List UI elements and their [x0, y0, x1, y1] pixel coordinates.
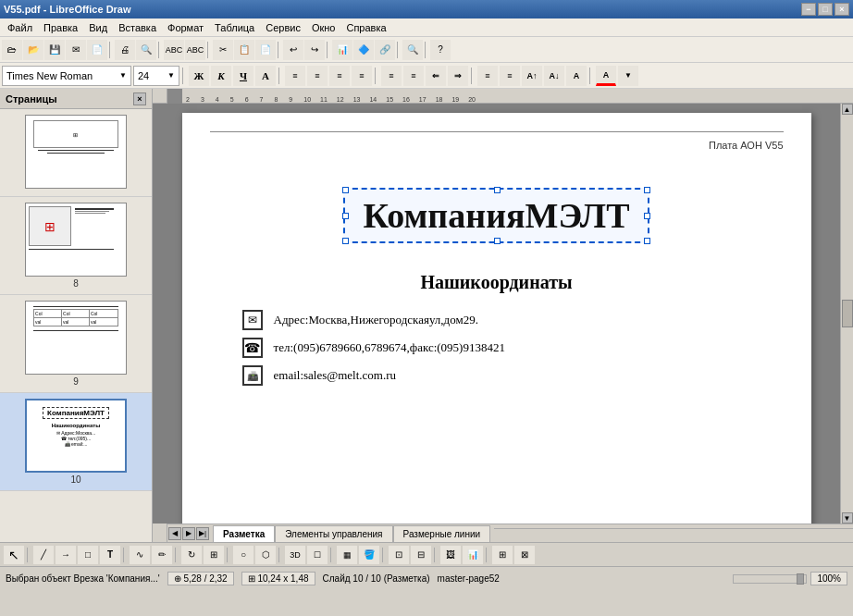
tab-elements[interactable]: Элементы управления	[275, 525, 392, 542]
email-button[interactable]: ✉	[66, 40, 86, 60]
vertical-scrollbar[interactable]: ▲ ▼	[840, 104, 853, 524]
scroll-up-button[interactable]: ▲	[842, 104, 853, 115]
indent-inc-button[interactable]: ⇒	[448, 66, 468, 86]
chart-button[interactable]: 📊	[332, 40, 352, 60]
fill-tool[interactable]: 🪣	[359, 546, 379, 564]
copy-button[interactable]: 📋	[234, 40, 254, 60]
size-dropdown-icon[interactable]: ▼	[167, 71, 175, 80]
zoom-percent[interactable]: 100%	[810, 572, 847, 585]
document-canvas[interactable]: Плата АОН V55 КомпанияМЭЛТ	[153, 104, 840, 524]
menu-help[interactable]: Справка	[340, 20, 391, 35]
italic-button[interactable]: К	[211, 66, 231, 86]
fontsize-dec-button[interactable]: A↓	[544, 66, 564, 86]
minimize-button[interactable]: −	[801, 3, 816, 16]
zoom-thumb[interactable]	[797, 573, 804, 585]
handle-ml[interactable]	[342, 213, 349, 219]
draw-button[interactable]: 🔷	[353, 40, 374, 60]
align-right-button[interactable]: ≡	[329, 66, 350, 86]
tab-next-button[interactable]: ▶	[182, 527, 195, 540]
pages-panel-close[interactable]: ×	[133, 92, 146, 105]
shadow-button[interactable]: A	[255, 66, 276, 86]
menu-view[interactable]: Вид	[83, 20, 113, 35]
snap-tool[interactable]: ⊠	[514, 546, 535, 564]
ungroup-tool[interactable]: ⊟	[411, 546, 431, 564]
rect-tool[interactable]: □	[78, 546, 98, 564]
fontsize-inc-button[interactable]: A↑	[522, 66, 542, 86]
font-dropdown-icon[interactable]: ▼	[119, 71, 127, 80]
color-button[interactable]: A	[596, 66, 616, 86]
selected-text-frame[interactable]: КомпанияМЭЛТ	[343, 188, 650, 243]
menu-table[interactable]: Таблица	[209, 20, 260, 35]
close-button[interactable]: ×	[834, 3, 849, 16]
line-tool[interactable]: ╱	[33, 546, 54, 564]
horizontal-scrollbar[interactable]	[494, 528, 853, 539]
save-button[interactable]: 💾	[44, 40, 65, 60]
zoom-button[interactable]: 🔍	[402, 40, 423, 60]
underline-button[interactable]: Ч	[233, 66, 253, 86]
group-tool[interactable]: ⊡	[389, 546, 409, 564]
list-button[interactable]: ≡	[381, 66, 402, 86]
align-center-button[interactable]: ≡	[307, 66, 328, 86]
chart-insert-tool[interactable]: 📊	[463, 546, 483, 564]
menu-edit[interactable]: Правка	[38, 20, 83, 35]
cut-button[interactable]: ✂	[213, 40, 233, 60]
3d-tool[interactable]: 3D	[285, 546, 305, 564]
new-button[interactable]: 🗁	[2, 40, 22, 60]
page-thumb-10[interactable]: КомпанияМЭЛТ Нашикоординаты ✉ Адрес:Моск…	[0, 393, 152, 491]
page-thumb-8[interactable]: ⊞ 8	[0, 197, 152, 295]
linesp-button[interactable]: ≡	[477, 66, 498, 86]
menu-insert[interactable]: Вставка	[113, 20, 162, 35]
text-tool[interactable]: T	[100, 546, 120, 564]
tab-dimensions[interactable]: Размерные линии	[393, 525, 491, 542]
undo-button[interactable]: ↩	[283, 40, 303, 60]
shadow-tool[interactable]: ☐	[307, 546, 328, 564]
rotate-tool[interactable]: ↻	[181, 546, 202, 564]
toggle-grid-tool[interactable]: ⊞	[492, 546, 513, 564]
menu-file[interactable]: Файл	[2, 20, 38, 35]
char-spacing-button[interactable]: A	[566, 66, 587, 86]
handle-br[interactable]	[644, 238, 650, 244]
paste-button[interactable]: 📄	[255, 40, 276, 60]
arrow-tool[interactable]: →	[56, 546, 76, 564]
bold-button[interactable]: Ж	[189, 66, 209, 86]
help-button[interactable]: ?	[430, 40, 451, 60]
preview-button[interactable]: 🔍	[136, 40, 156, 60]
scroll-thumb[interactable]	[842, 300, 853, 327]
handle-bl[interactable]	[342, 238, 349, 244]
zoom-slider[interactable]	[733, 574, 807, 584]
menu-window[interactable]: Окно	[306, 20, 341, 35]
menu-format[interactable]: Формат	[162, 20, 209, 35]
page-thumb-9[interactable]: Col Col Col val val val 9	[0, 295, 152, 393]
spellcheck-button[interactable]: ABC	[164, 40, 184, 60]
color-dropdown-button[interactable]: ▼	[618, 66, 638, 86]
redo-button[interactable]: ↪	[304, 40, 325, 60]
tab-razmetka[interactable]: Разметка	[213, 525, 275, 542]
font-size-selector[interactable]: 24 ▼	[133, 66, 179, 86]
circle-tool[interactable]: ○	[233, 546, 253, 564]
page-thumb-7[interactable]: ⊞	[0, 109, 152, 197]
menu-tools[interactable]: Сервис	[260, 20, 306, 35]
parasp-button[interactable]: ≡	[500, 66, 520, 86]
open-button[interactable]: 📂	[23, 40, 43, 60]
indent-dec-button[interactable]: ⇐	[426, 66, 446, 86]
spellcheck2-button[interactable]: ABC	[185, 40, 205, 60]
freeform-tool[interactable]: ✏	[152, 546, 172, 564]
align-left-button[interactable]: ≡	[285, 66, 305, 86]
scroll-down-button[interactable]: ▼	[842, 512, 853, 524]
handle-mr[interactable]	[644, 213, 650, 219]
curve-tool[interactable]: ∿	[130, 546, 150, 564]
print-button[interactable]: 🖨	[115, 40, 135, 60]
handle-tr[interactable]	[644, 187, 650, 193]
align-tool[interactable]: ⊞	[204, 546, 224, 564]
numlist-button[interactable]: ≡	[403, 66, 424, 86]
image-tool[interactable]: 🖼	[440, 546, 461, 564]
pdf-button[interactable]: 📄	[87, 40, 107, 60]
handle-tm[interactable]	[494, 187, 501, 193]
restore-button[interactable]: □	[818, 3, 833, 16]
handle-bm[interactable]	[494, 238, 501, 244]
tab-last-button[interactable]: ▶|	[196, 527, 209, 540]
tab-prev-button[interactable]: ◀	[168, 527, 181, 540]
font-name-selector[interactable]: Times New Roman ▼	[2, 66, 131, 86]
handle-tl[interactable]	[342, 187, 349, 193]
select-tool[interactable]: ↖	[4, 546, 24, 564]
